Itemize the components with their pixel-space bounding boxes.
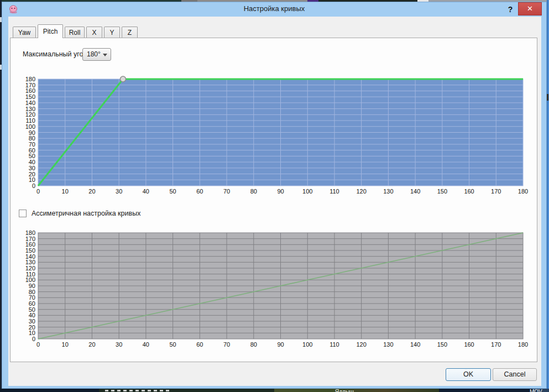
desktop-icon-label: MOV <box>530 389 542 392</box>
y-tick-label: 180 <box>25 229 35 236</box>
y-tick-label: 10 <box>29 176 35 183</box>
x-tick-label: 10 <box>62 188 69 195</box>
y-tick-label: 0 <box>32 336 35 342</box>
dialog-client-area: YawPitchRollXYZ Максимальный угол 180° 0… <box>8 17 541 386</box>
x-tick-label: 110 <box>330 188 339 195</box>
y-tick-label: 180 <box>25 76 35 82</box>
desktop-icon-label-clipped <box>105 390 171 391</box>
x-tick-label: 60 <box>196 341 203 348</box>
y-tick-label: 150 <box>25 247 35 254</box>
x-tick-label: 100 <box>302 341 312 348</box>
x-tick-label: 170 <box>491 188 501 195</box>
x-tick-label: 150 <box>437 188 447 195</box>
x-tick-label: 70 <box>223 341 230 348</box>
y-tick-label: 100 <box>25 276 35 283</box>
screen: Ядлыш MOV Настройка кривых ? ✕ YawPitchR… <box>0 0 549 392</box>
y-tick-label: 110 <box>25 117 35 124</box>
x-tick-label: 120 <box>356 341 366 348</box>
ok-button[interactable]: OK <box>446 368 491 381</box>
asymmetric-checkbox-label: Ассиметричная настройка кривых <box>32 210 140 217</box>
y-tick-label: 20 <box>29 324 35 331</box>
x-tick-label: 180 <box>518 341 528 348</box>
y-tick-label: 160 <box>25 241 35 248</box>
y-tick-label: 40 <box>29 159 35 165</box>
dialog-window: Настройка кривых ? ✕ YawPitchRollXYZ Мак… <box>2 2 547 389</box>
y-tick-label: 120 <box>25 111 35 118</box>
y-tick-label: 40 <box>29 312 35 318</box>
cancel-button[interactable]: Cancel <box>493 368 537 381</box>
tab-pitch[interactable]: Pitch <box>38 24 63 38</box>
x-tick-label: 80 <box>250 188 257 195</box>
x-tick-label: 50 <box>169 188 176 195</box>
x-tick-label: 80 <box>250 341 257 348</box>
y-tick-label: 90 <box>29 129 35 136</box>
tab-y[interactable]: Y <box>104 27 120 38</box>
y-tick-label: 30 <box>29 318 35 325</box>
x-tick-label: 20 <box>88 341 95 348</box>
pitch-curve-editor-chart[interactable]: 0102030405060708090100110120130140150160… <box>18 76 530 197</box>
x-tick-label: 130 <box>383 341 393 348</box>
x-tick-label: 160 <box>464 341 474 348</box>
asymmetric-checkbox-row: Ассиметричная настройка кривых <box>19 209 140 218</box>
y-tick-label: 130 <box>25 106 35 112</box>
tab-x[interactable]: X <box>86 27 102 38</box>
tab-roll[interactable]: Roll <box>65 27 85 38</box>
tab-z[interactable]: Z <box>122 27 138 38</box>
x-tick-label: 90 <box>277 341 284 348</box>
y-tick-label: 100 <box>25 123 35 130</box>
y-tick-label: 60 <box>29 300 35 307</box>
y-tick-label: 30 <box>29 165 35 171</box>
y-tick-label: 70 <box>29 294 35 301</box>
x-tick-label: 140 <box>410 341 420 348</box>
y-tick-label: 170 <box>25 236 35 242</box>
x-tick-label: 20 <box>88 188 95 195</box>
pitch-output-curve-svg[interactable]: 0102030405060708090100110120130140150160… <box>18 76 530 197</box>
y-tick-label: 70 <box>29 141 35 148</box>
x-tick-label: 120 <box>356 188 366 195</box>
x-tick-label: 0 <box>36 188 40 195</box>
y-tick-label: 150 <box>25 93 35 100</box>
x-tick-label: 140 <box>410 188 420 195</box>
close-button[interactable]: ✕ <box>518 2 542 15</box>
x-tick-label: 70 <box>223 188 230 195</box>
desktop-edge-bottom: Ядлыш MOV <box>0 389 549 392</box>
y-tick-label: 60 <box>29 147 35 154</box>
pitch-mirrored-chart: 0102030405060708090100110120130140150160… <box>18 229 530 351</box>
desktop-icon-label: Ядлыш <box>335 389 354 392</box>
x-tick-label: 130 <box>383 188 393 195</box>
tab-yaw[interactable]: Yaw <box>13 27 36 38</box>
x-tick-label: 60 <box>196 188 203 195</box>
x-tick-label: 40 <box>143 188 149 195</box>
curve-control-point[interactable] <box>120 76 126 82</box>
x-tick-label: 40 <box>143 341 149 348</box>
y-tick-label: 50 <box>29 153 35 159</box>
asymmetric-checkbox[interactable] <box>19 210 27 217</box>
x-tick-label: 180 <box>518 188 528 195</box>
x-tick-label: 10 <box>62 341 69 348</box>
y-tick-label: 140 <box>25 100 35 106</box>
max-angle-label: Максимальный угол <box>23 50 87 58</box>
x-tick-label: 170 <box>491 341 501 348</box>
x-tick-label: 0 <box>36 341 40 348</box>
x-tick-label: 30 <box>116 188 122 195</box>
y-tick-label: 90 <box>29 283 35 289</box>
desktop-edge-right <box>547 0 549 392</box>
help-button[interactable]: ? <box>504 3 516 15</box>
y-tick-label: 80 <box>29 135 35 142</box>
y-tick-label: 170 <box>25 82 35 88</box>
x-tick-label: 90 <box>277 188 284 195</box>
tab-bar: YawPitchRollXYZ <box>13 27 138 38</box>
y-tick-label: 130 <box>25 259 35 265</box>
max-angle-select[interactable]: 180° <box>82 48 111 61</box>
window-title: Настройка кривых <box>2 4 546 13</box>
titlebar[interactable]: Настройка кривых ? ✕ <box>2 2 546 17</box>
x-tick-label: 160 <box>464 188 474 195</box>
x-tick-label: 110 <box>330 341 339 348</box>
x-tick-label: 100 <box>302 188 312 195</box>
y-tick-label: 120 <box>25 265 35 271</box>
chevron-down-icon <box>103 54 107 56</box>
max-angle-value: 180° <box>87 50 101 58</box>
x-tick-label: 50 <box>169 341 176 348</box>
y-tick-label: 110 <box>25 271 35 278</box>
y-tick-label: 140 <box>25 253 35 260</box>
